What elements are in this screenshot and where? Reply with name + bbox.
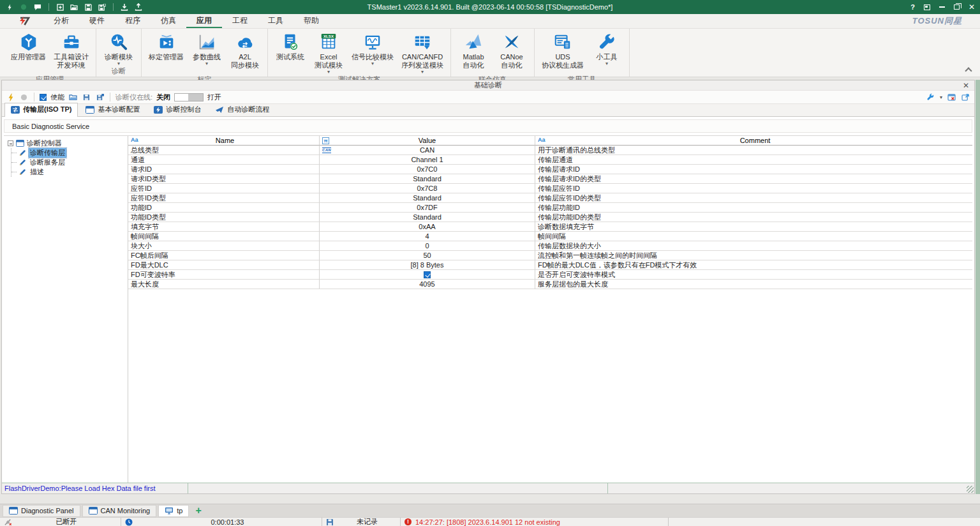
restore-button[interactable] (954, 4, 960, 10)
menubar: 分析硬件程序仿真应用工程工具帮助 TOSUN同星 (0, 14, 980, 29)
cell-value[interactable]: Standard (320, 174, 535, 184)
close-panel-icon[interactable] (947, 93, 956, 101)
cell-value[interactable] (320, 270, 535, 280)
save-as-config-icon[interactable] (95, 93, 105, 101)
column-header-comment[interactable]: Aa Comment (535, 136, 972, 146)
cell-value[interactable]: 50 (320, 251, 535, 260)
menu-item-5[interactable]: 应用 (186, 14, 222, 28)
upload-icon[interactable] (134, 3, 143, 11)
ribbon-button-matlab[interactable]: Matlab 自动化 ▾ (455, 32, 492, 75)
add-panel-button[interactable]: + (191, 505, 205, 516)
dialog-tab-4[interactable]: 自动诊断流程 (209, 103, 276, 116)
cell-value[interactable]: 0xAA (320, 222, 535, 232)
ribbon-button-parameter-curve[interactable]: 参数曲线 ▾ (188, 32, 225, 66)
cell-value[interactable]: Standard (320, 193, 535, 203)
cell-value[interactable]: 0x7C8 (320, 184, 535, 193)
dialog-tab-1[interactable]: 传输层(ISO TP) (4, 103, 78, 117)
dialog-tab-2[interactable]: 基本诊断配置 (79, 103, 146, 116)
connect-bolt-icon[interactable] (6, 93, 15, 101)
ribbon-button-excel-module[interactable]: XLSX Excel 测试模块 ▾ (310, 32, 347, 75)
save-icon[interactable] (84, 3, 93, 11)
dropdown-arrow-icon[interactable]: ▾ (117, 61, 120, 66)
settings-wrench-icon[interactable] (926, 93, 935, 101)
ribbon-button-test-system[interactable]: 测试系统 ▾ (272, 32, 309, 66)
menu-item-8[interactable]: 帮助 (293, 14, 329, 28)
ribbon-collapse-chevron-icon[interactable] (966, 66, 971, 71)
ribbon-button-label: CANoe 自动化 (500, 53, 523, 70)
menu-item-4[interactable]: 仿真 (151, 14, 186, 28)
ribbon-button-calibration-manager[interactable]: 标定管理器 ▾ (145, 32, 187, 66)
cell-value[interactable]: [8] 8 Bytes (320, 260, 535, 270)
ribbon-button-can-sequence[interactable]: CAN/CANFD 序列发送模块 ▾ (398, 32, 447, 75)
download-icon[interactable] (120, 3, 129, 11)
save-config-icon[interactable] (82, 93, 91, 101)
help-button[interactable]: ? (910, 3, 915, 11)
ribbon-button-signal-compare[interactable]: 信号比较模块 ▾ (348, 32, 397, 66)
section-header: Basic Diagnostic Service (4, 119, 972, 133)
dropdown-arrow-icon[interactable]: ▾ (205, 61, 208, 66)
cell-value[interactable]: Standard (320, 213, 535, 222)
cell-value[interactable]: 4 (320, 232, 535, 241)
resize-grip[interactable] (967, 486, 974, 493)
minimize-button[interactable] (939, 6, 945, 8)
menu-item-7[interactable]: 工具 (258, 14, 293, 28)
ribbon-button-a2l-sync[interactable]: A2L 同步模块 ▾ (226, 32, 264, 75)
tree-root-label[interactable]: 诊断控制器 (27, 139, 62, 148)
ribbon-button-diagnostic-module[interactable]: 诊断模块 ▾ (100, 32, 137, 66)
dialog-close-icon[interactable]: ✕ (963, 80, 969, 91)
workspace-tab-2[interactable]: CAN Monitoring (82, 505, 157, 517)
workspace-tab-1[interactable]: Diagnostic Panel (3, 505, 80, 517)
ribbon-button-app-manager[interactable]: 应用管理器 ▾ (8, 32, 49, 66)
enable-checkbox[interactable] (40, 94, 47, 101)
ribbon-button-label: CAN/CANFD 序列发送模块 (401, 53, 443, 70)
open-project-icon[interactable] (70, 3, 78, 11)
save-as-icon[interactable] (98, 3, 107, 11)
ribbon-button-small-tools[interactable]: 小工具 ▾ (588, 32, 625, 66)
pin-panel-button[interactable] (924, 4, 930, 10)
close-button[interactable]: ✕ (969, 3, 975, 11)
cell-value[interactable]: 4095 (320, 280, 535, 289)
dialog-titlebar[interactable]: 基础诊断 ✕ (2, 80, 974, 91)
cell-name: FC帧后间隔 (128, 251, 320, 260)
cell-name: 请求ID (128, 165, 320, 174)
new-file-icon[interactable] (56, 3, 64, 11)
menu-item-6[interactable]: 工程 (222, 14, 258, 28)
menu-item-2[interactable]: 硬件 (79, 14, 115, 28)
dropdown-arrow-icon[interactable]: ▾ (421, 70, 424, 74)
column-header-value[interactable]: π Value (320, 136, 535, 146)
tree-item-2[interactable]: 诊断服务层 (11, 158, 128, 167)
tree-item-3[interactable]: 描述 (11, 167, 128, 177)
tree-item-1[interactable]: 诊断传输层 (11, 148, 128, 158)
dropdown-arrow-icon[interactable]: ▾ (605, 61, 608, 66)
tree-item-label[interactable]: 诊断传输层 (29, 148, 66, 158)
cell-value-text: 0x7C8 (417, 184, 438, 192)
workspace-tab-3[interactable]: tp (158, 505, 189, 517)
bolt-icon[interactable] (5, 3, 14, 11)
tester-online-toggle[interactable] (174, 93, 204, 101)
dialog-tab-3[interactable]: 诊断控制台 (147, 103, 207, 116)
tree-root-item[interactable]: 诊断控制器 (8, 139, 128, 148)
dropdown-arrow-icon[interactable]: ▾ (371, 61, 374, 66)
chat-icon[interactable] (33, 3, 42, 11)
export-panel-icon[interactable] (961, 93, 970, 101)
menu-item-1[interactable]: 分析 (43, 14, 79, 28)
column-header-name[interactable]: Aa Name (128, 136, 320, 146)
value-checkbox[interactable] (424, 271, 431, 278)
ribbon-button-toolbox[interactable]: 工具箱设计 开发环境 ▾ (50, 32, 92, 75)
tree-expander-icon[interactable] (8, 140, 13, 146)
ribbon-button-uds-generator[interactable]: UDS 协议栈生成器 ▾ (538, 32, 587, 75)
load-config-icon[interactable] (68, 93, 78, 101)
cell-value[interactable]: Channel 1 (320, 155, 535, 165)
tsmaster-logo-icon (18, 16, 34, 26)
ribbon-button-canoe[interactable]: CANoe 自动化 ▾ (493, 32, 530, 75)
cell-value[interactable]: 0x7DF (320, 203, 535, 213)
toggle-knob[interactable] (188, 94, 203, 101)
wrench-dropdown-arrow-icon[interactable]: ▾ (940, 94, 942, 100)
tree-item-label[interactable]: 诊断服务层 (29, 158, 66, 167)
tree-item-label[interactable]: 描述 (29, 167, 45, 177)
dropdown-arrow-icon[interactable]: ▾ (327, 70, 330, 74)
menu-item-3[interactable]: 程序 (115, 14, 151, 28)
cell-value[interactable]: CAN CAN (320, 146, 535, 155)
cell-value[interactable]: 0 (320, 241, 535, 251)
cell-value[interactable]: 0x7C0 (320, 165, 535, 174)
